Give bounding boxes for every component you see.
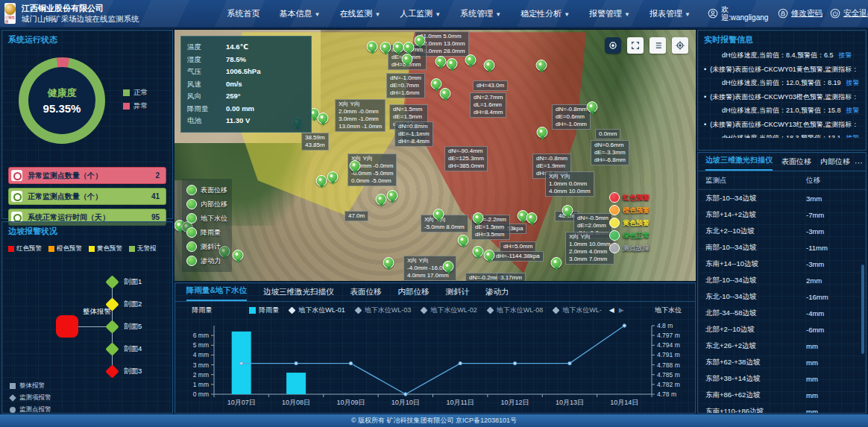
monitor-point-pin[interactable]	[458, 235, 469, 246]
chart-tab-2[interactable]: 表面位移	[350, 287, 382, 301]
monitor-point-pin[interactable]	[393, 42, 404, 53]
nav-item-0[interactable]: 系统首页	[227, 8, 260, 19]
monitor-point-pin[interactable]	[380, 42, 391, 53]
table-row[interactable]: 东北-10--34边坡-16mm	[698, 288, 866, 305]
legend-waterlevel-2[interactable]: 地下水位WL-02	[421, 306, 477, 315]
monitor-point-pin[interactable]	[443, 261, 454, 272]
fit-view-button[interactable]	[605, 37, 621, 54]
monitor-point-pin[interactable]	[431, 78, 442, 89]
logout-link[interactable]: 安全退出	[843, 8, 868, 19]
monitor-point-pin[interactable]	[562, 205, 573, 216]
table-row[interactable]: 东部-10--34边坡3mm	[698, 190, 866, 206]
monitor-point-pin[interactable]	[484, 250, 495, 261]
monitor-point-pin[interactable]	[435, 56, 447, 67]
answer-alarm-link[interactable]: 接警	[846, 107, 860, 114]
change-password-link[interactable]: 修改密码	[791, 8, 823, 19]
overall-alarm-node[interactable]	[56, 315, 78, 338]
monitor-point-pin[interactable]	[440, 88, 451, 99]
monitor-point-pin[interactable]	[316, 175, 327, 186]
nav-item-7[interactable]: 报表管理▼	[650, 8, 691, 19]
monitor-point-pin[interactable]	[465, 54, 477, 66]
profile-node-4[interactable]	[105, 342, 119, 355]
monitor-point-pin[interactable]	[327, 171, 339, 183]
table-scrollbar-thumb[interactable]	[861, 265, 864, 354]
monitor-point-pin[interactable]	[526, 212, 538, 224]
map-sensor-legend-item[interactable]: 地下水位	[186, 213, 227, 224]
table-row[interactable]: 东南+110-+86边坡mm	[698, 403, 866, 414]
monitor-point-pin[interactable]	[536, 60, 547, 71]
legend-rainfall[interactable]: 降雨量	[249, 306, 279, 315]
legend-waterlevel-4[interactable]: 地下水位WL-	[553, 306, 602, 315]
monitor-point-pin[interactable]	[383, 257, 394, 268]
table-row[interactable]: 东部+62-+38边坡mm	[698, 354, 866, 370]
table-row[interactable]: 东北+2--10边坡-3mm	[698, 223, 866, 239]
monitor-point-pin[interactable]	[367, 41, 378, 52]
table-row[interactable]: 北部-10--34边坡2mm	[698, 272, 866, 288]
answer-alarm-link[interactable]: 接警	[846, 79, 860, 86]
monitor-point-pin[interactable]	[233, 250, 244, 261]
monitor-point-pin[interactable]	[350, 160, 361, 171]
nav-item-4[interactable]: 系统管理▼	[460, 8, 501, 19]
monitor-point-pin[interactable]	[415, 35, 426, 46]
nav-item-1[interactable]: 基本信息▼	[280, 8, 321, 19]
table-row[interactable]: 东部+38-+14边坡mm	[698, 370, 866, 387]
table-row[interactable]: 东南+86-+62边坡mm	[698, 387, 866, 403]
monitor-point-pin[interactable]	[403, 42, 415, 53]
fullscreen-button[interactable]	[627, 37, 644, 54]
chart-tab-5[interactable]: 渗动力	[485, 287, 509, 301]
table-row[interactable]: 东部+14-+2边坡-7mm	[698, 206, 866, 223]
table-row[interactable]: 东南+14--10边坡-3mm	[698, 256, 866, 272]
chart-tab-3[interactable]: 内部位移	[398, 287, 430, 301]
chart-tab-1[interactable]: 边坡三维激光扫描仪	[263, 287, 334, 301]
map-sensor-legend-item[interactable]: 测斜计	[186, 241, 227, 252]
stat-label: 正常监测点数量（个）	[28, 192, 151, 202]
monitor-point-pin[interactable]	[376, 194, 387, 205]
legend-next-icon[interactable]: ▶	[619, 306, 624, 314]
monitor-point-pin[interactable]	[387, 190, 398, 201]
monitor-point-pin[interactable]	[551, 257, 562, 268]
chart-tab-4[interactable]: 测斜计	[446, 287, 470, 301]
map-sensor-legend-item[interactable]: 渗动力	[186, 256, 227, 266]
legend-label: 监测项报警	[19, 393, 51, 402]
nav-item-3[interactable]: 人工监测▼	[400, 8, 441, 19]
nav-item-2[interactable]: 在线监测▼	[339, 8, 380, 19]
map-sensor-legend-item[interactable]: 降雨量	[186, 227, 227, 238]
monitor-point-pin[interactable]	[433, 209, 444, 220]
legend-waterlevel-0[interactable]: 地下水位WL-01	[289, 306, 345, 315]
table-tab-1[interactable]: 表面位移	[781, 156, 811, 171]
table-row[interactable]: 北部-34--58边坡-4mm	[698, 305, 866, 321]
system-name: 城门山铜矿采场边坡在线监测系统	[22, 13, 139, 24]
locate-button[interactable]	[672, 37, 688, 54]
monitor-point-pin[interactable]	[587, 101, 598, 113]
map-panel[interactable]: 温度14.6℃湿度78.5%气压1006.5hPa风速0m/s风向259°降雨量…	[174, 30, 696, 281]
monitor-point-pin[interactable]	[484, 60, 495, 71]
map-sensor-legend-item[interactable]: 内部位移	[186, 199, 227, 209]
chart-tab-0[interactable]: 降雨量&地下水位	[186, 285, 247, 301]
monitor-point-pin[interactable]	[537, 127, 548, 138]
legend-label: 红色预警	[16, 244, 42, 253]
legend-waterlevel-1[interactable]: 地下水位WL-03	[356, 306, 412, 315]
monitor-point-pin[interactable]	[402, 54, 413, 65]
profile-node-3[interactable]	[105, 320, 119, 333]
legend-label: 正常	[133, 88, 148, 98]
table-row[interactable]: 东北+26-+2边坡mm	[698, 338, 866, 354]
monitor-point-pin[interactable]	[473, 212, 484, 224]
nav-item-5[interactable]: 稳定性分析▼	[521, 8, 570, 19]
answer-alarm-link[interactable]: 接警	[846, 134, 860, 138]
map-sensor-legend-item[interactable]: 表面位移	[186, 185, 227, 195]
table-tab-0[interactable]: 边坡三维激光扫描仪	[705, 155, 773, 171]
table-tab-2[interactable]: 内部位移	[820, 156, 850, 171]
monitor-point-pin[interactable]	[447, 58, 458, 69]
profile-node-5[interactable]	[105, 364, 119, 378]
monitor-point-pin[interactable]	[318, 113, 329, 124]
answer-alarm-link[interactable]: 接警	[839, 51, 852, 59]
table-row[interactable]: 南部-10--34边坡-11mm	[698, 239, 866, 256]
legend-waterlevel-3[interactable]: 地下水位WL-08	[488, 306, 544, 315]
profile-node-1[interactable]	[105, 275, 119, 288]
nav-item-6[interactable]: 报警管理▼	[589, 8, 630, 19]
legend-prev-icon[interactable]: ◀	[609, 306, 614, 314]
layer-list-button[interactable]	[650, 37, 666, 54]
table-row[interactable]: 北部+2--10边坡-6mm	[698, 321, 866, 338]
monitor-point-pin[interactable]	[473, 246, 484, 257]
more-tabs-icon[interactable]: ⋯	[855, 158, 863, 171]
